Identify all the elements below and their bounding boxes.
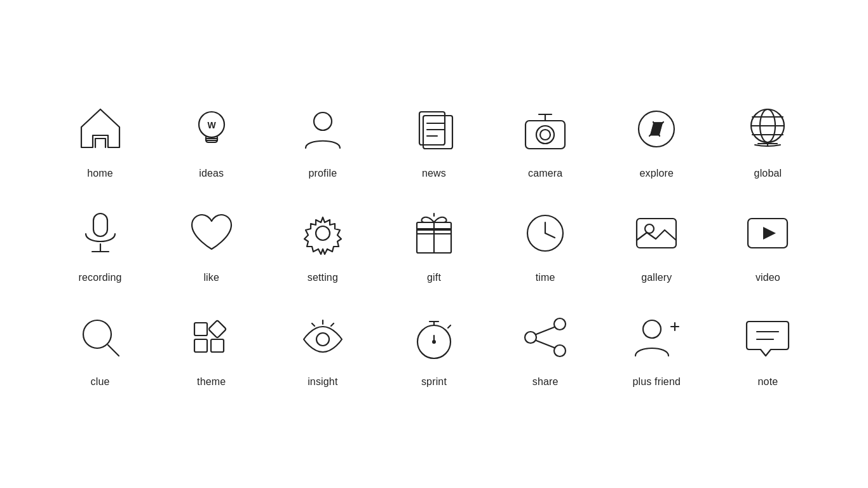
- icon-item-ideas: W ideas: [162, 100, 261, 179]
- setting-icon: [294, 205, 351, 262]
- icon-item-time: time: [496, 205, 595, 283]
- theme-label: theme: [197, 376, 226, 388]
- video-label: video: [756, 272, 780, 283]
- like-label: like: [203, 272, 219, 283]
- svg-text:W: W: [207, 120, 216, 130]
- svg-point-57: [554, 318, 566, 330]
- svg-point-11: [536, 126, 554, 144]
- note-label: note: [758, 376, 778, 388]
- gallery-icon: [628, 205, 685, 262]
- svg-rect-44: [194, 339, 207, 352]
- time-icon: [517, 205, 574, 262]
- svg-rect-45: [211, 339, 224, 352]
- camera-label: camera: [528, 168, 562, 179]
- ideas-icon: W: [183, 100, 240, 158]
- svg-line-50: [312, 323, 315, 326]
- share-icon: [517, 309, 574, 366]
- svg-line-54: [448, 325, 451, 328]
- icon-item-profile: profile: [273, 100, 372, 179]
- svg-rect-43: [194, 323, 207, 336]
- icon-item-theme: theme: [162, 309, 261, 388]
- icon-item-sprint: sprint: [384, 309, 483, 388]
- svg-point-56: [432, 340, 436, 344]
- svg-rect-46: [208, 320, 226, 338]
- global-label: global: [754, 168, 782, 179]
- svg-point-59: [554, 345, 566, 356]
- icon-item-home: home: [51, 100, 149, 179]
- explore-label: explore: [639, 168, 674, 179]
- svg-point-62: [643, 320, 661, 338]
- news-label: news: [422, 168, 446, 179]
- svg-line-36: [545, 233, 555, 238]
- time-label: time: [536, 272, 555, 283]
- ideas-label: ideas: [199, 168, 224, 179]
- explore-icon: [628, 100, 685, 158]
- video-icon: [739, 205, 796, 262]
- icon-item-recording: recording: [51, 205, 149, 283]
- global-icon: [739, 100, 796, 158]
- gift-icon: [405, 205, 463, 262]
- clue-icon: [72, 309, 129, 366]
- svg-rect-6: [423, 116, 452, 149]
- icon-item-insight: insight: [273, 309, 372, 388]
- sprint-icon: [405, 309, 463, 366]
- svg-line-49: [331, 323, 334, 326]
- icon-item-like: like: [162, 205, 261, 283]
- recording-icon: [72, 205, 129, 262]
- icon-item-news: news: [384, 100, 483, 179]
- svg-point-47: [316, 333, 329, 346]
- svg-rect-37: [637, 219, 676, 248]
- svg-rect-10: [526, 121, 565, 149]
- gift-label: gift: [427, 272, 441, 283]
- icon-item-clue: clue: [51, 309, 149, 388]
- clue-label: clue: [91, 376, 110, 388]
- svg-line-60: [536, 327, 554, 334]
- icon-item-global: global: [719, 100, 817, 179]
- home-icon: [72, 100, 129, 158]
- like-icon: [183, 205, 240, 262]
- plus-friend-label: plus friend: [632, 376, 681, 388]
- home-label: home: [87, 168, 113, 179]
- plus-friend-icon: [628, 309, 685, 366]
- svg-line-61: [536, 341, 554, 348]
- sprint-label: sprint: [421, 376, 447, 388]
- icon-item-plus-friend: plus friend: [607, 309, 706, 388]
- theme-icon: [183, 309, 240, 366]
- setting-label: setting: [308, 272, 338, 283]
- icon-item-video: video: [719, 205, 817, 283]
- recording-label: recording: [78, 272, 121, 283]
- icon-item-gift: gift: [384, 205, 483, 283]
- camera-icon: [517, 100, 574, 158]
- share-label: share: [532, 376, 559, 388]
- icon-item-share: share: [496, 309, 595, 388]
- svg-point-12: [540, 130, 550, 140]
- svg-marker-40: [763, 227, 776, 240]
- svg-point-28: [316, 226, 330, 240]
- profile-icon: [294, 100, 351, 158]
- icon-grid: home W ideas profile news: [0, 62, 868, 426]
- svg-rect-25: [93, 214, 107, 236]
- icon-item-camera: camera: [496, 100, 595, 179]
- svg-point-4: [314, 112, 332, 130]
- icon-item-gallery: gallery: [607, 205, 706, 283]
- news-icon: [405, 100, 463, 158]
- icon-item-explore: explore: [607, 100, 706, 179]
- gallery-label: gallery: [641, 272, 672, 283]
- svg-point-41: [83, 320, 111, 348]
- svg-point-58: [525, 332, 536, 343]
- svg-line-42: [108, 345, 119, 356]
- icon-item-note: note: [719, 309, 817, 388]
- icon-item-setting: setting: [273, 205, 372, 283]
- insight-label: insight: [308, 376, 337, 388]
- insight-icon: [294, 309, 351, 366]
- note-icon: [739, 309, 796, 366]
- svg-point-38: [645, 224, 654, 233]
- profile-label: profile: [309, 168, 337, 179]
